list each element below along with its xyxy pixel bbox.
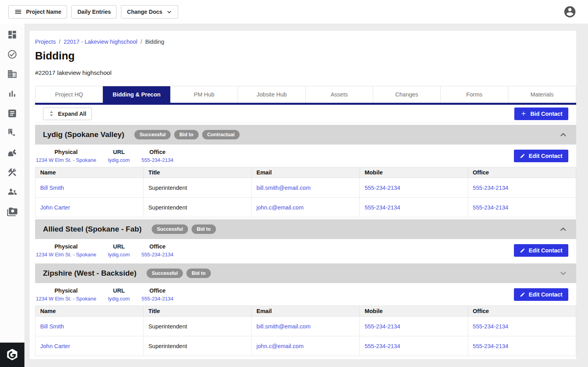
table-row: John CarterSuperintendentjohn.c@email.co…: [35, 198, 576, 217]
table-header-row: NameTitleEmailMobileOffice: [35, 306, 576, 317]
media-icon[interactable]: [7, 207, 17, 217]
name-link[interactable]: Bill Smith: [35, 178, 143, 198]
tab-assets[interactable]: Assets: [306, 86, 373, 103]
edit-contact-button[interactable]: Edit Contact: [514, 244, 568, 257]
office-link[interactable]: 555-234-2134: [141, 252, 173, 258]
breadcrumb: Projects/22017 - Lakeview highschool/Bid…: [35, 39, 576, 45]
expand-all-label: Expand All: [58, 111, 86, 117]
contact-field-office: Office555-234-2134: [141, 287, 173, 302]
office-link[interactable]: 555-234-2134: [468, 198, 576, 217]
project-name-label: Project Name: [26, 9, 61, 15]
tab-changes[interactable]: Changes: [373, 86, 441, 103]
bid-contact-button[interactable]: Bid Contact: [514, 108, 568, 120]
plus-icon: [520, 110, 527, 117]
table-header-row: NameTitleEmailMobileOffice: [35, 167, 576, 178]
section-title: Zipshire (West - Backside): [43, 269, 136, 278]
content-card: Projects/22017 - Lakeview highschool/Bid…: [30, 31, 576, 359]
dashboard-icon[interactable]: [7, 30, 17, 40]
contact-field-label: URL: [108, 149, 130, 155]
project-name-button[interactable]: Project Name: [8, 5, 67, 19]
equipment-icon[interactable]: [7, 148, 17, 158]
email-link[interactable]: john.c@email.com: [251, 336, 359, 356]
chevron-down-icon[interactable]: [559, 269, 568, 278]
contact-field-label: Office: [141, 149, 173, 155]
page-title: Bidding: [35, 50, 576, 62]
physical-link[interactable]: 1234 W Elm St. - Spokane: [36, 252, 96, 258]
column-header-mobile: Mobile: [360, 167, 468, 178]
unfold-more-icon: [48, 111, 54, 117]
company-icon[interactable]: [7, 69, 17, 79]
pencil-icon: [520, 153, 525, 159]
chevron-up-icon[interactable]: [559, 130, 568, 139]
hamburger-menu-icon[interactable]: [14, 8, 22, 16]
app-logo-button[interactable]: [0, 343, 24, 367]
page-subtitle: #22017 lakeview highschool: [35, 69, 576, 76]
crew-icon[interactable]: [7, 187, 17, 197]
url-link[interactable]: lydig.com: [108, 252, 130, 258]
documents-icon[interactable]: [7, 108, 17, 119]
breadcrumb-item-22017-lakeview-highschool[interactable]: 22017 - Lakeview highschool: [63, 39, 137, 45]
contact-field-label: URL: [108, 243, 130, 250]
contact-info-row: Physical1234 W Elm St. - SpokaneURLlydig…: [35, 145, 576, 167]
contact-field-label: URL: [108, 287, 130, 294]
change-docs-button[interactable]: Change Docs: [121, 5, 178, 19]
directory-icon[interactable]: [7, 128, 17, 138]
name-link[interactable]: John Carter: [35, 336, 143, 356]
contact-info-row: Physical1234 W Elm St. - SpokaneURLlydig…: [35, 239, 576, 261]
contact-fields: Physical1234 W Elm St. - SpokaneURLlydig…: [35, 243, 179, 258]
office-link[interactable]: 555-234-2134: [468, 336, 576, 356]
contact-field-physical: Physical1234 W Elm St. - Spokane: [36, 149, 96, 163]
contact-field-url: URLlydig.com: [108, 149, 130, 163]
reports-icon[interactable]: [7, 89, 17, 99]
edit-contact-label: Edit Contact: [529, 291, 562, 298]
status-badge-successful: Successful: [152, 224, 188, 234]
tab-forms[interactable]: Forms: [441, 86, 508, 103]
status-badge-contractual: Contractual: [202, 130, 240, 139]
name-link[interactable]: John Carter: [35, 198, 143, 217]
expand-all-button[interactable]: Expand All: [43, 108, 92, 120]
tab-pm-hub[interactable]: PM Hub: [171, 86, 238, 103]
tools-icon[interactable]: [7, 167, 17, 178]
physical-link[interactable]: 1234 W Elm St. - Spokane: [36, 296, 96, 302]
breadcrumb-item-projects[interactable]: Projects: [35, 39, 56, 45]
office-link[interactable]: 555-234-2134: [141, 296, 173, 302]
tab-materials[interactable]: Materials: [508, 86, 576, 103]
tab-bar: Project HQBidding & PreconPM HubJobsite …: [35, 86, 576, 103]
section-header: Zipshire (West - Backside)SuccessfulBid …: [35, 263, 576, 283]
url-link[interactable]: lydig.com: [108, 157, 130, 163]
office-link[interactable]: 555-234-2134: [141, 157, 173, 163]
pencil-icon: [520, 248, 525, 253]
status-badges: SuccessfulBid toContractual: [134, 130, 240, 139]
mobile-link[interactable]: 555-234-2134: [360, 198, 468, 217]
tasks-icon[interactable]: [7, 49, 17, 59]
daily-entries-label: Daily Entries: [77, 9, 111, 15]
chevron-up-icon[interactable]: [559, 225, 568, 234]
tab-project-hq[interactable]: Project HQ: [35, 86, 103, 103]
column-header-office: Office: [468, 167, 576, 178]
edit-contact-button[interactable]: Edit Contact: [514, 150, 568, 162]
mobile-link[interactable]: 555-234-2134: [360, 317, 468, 336]
contact-field-office: Office555-234-2134: [141, 149, 173, 163]
section-header: Lydig (Spokane Valley)SuccessfulBid toCo…: [35, 125, 576, 145]
tab-jobsite-hub[interactable]: Jobsite Hub: [238, 86, 305, 103]
daily-entries-button[interactable]: Daily Entries: [71, 5, 117, 19]
physical-link[interactable]: 1234 W Elm St. - Spokane: [36, 157, 96, 163]
contact-field-url: URLlydig.com: [108, 287, 130, 302]
account-avatar-icon[interactable]: [563, 5, 577, 19]
mobile-link[interactable]: 555-234-2134: [360, 178, 468, 198]
status-badge-bid-to: Bid to: [186, 269, 210, 278]
status-badge-successful: Successful: [134, 130, 171, 139]
email-link[interactable]: john.c@email.com: [251, 198, 359, 217]
tab-bidding-precon[interactable]: Bidding & Precon: [103, 86, 170, 103]
email-link[interactable]: bill.smith@email.com: [251, 178, 359, 198]
mobile-link[interactable]: 555-234-2134: [360, 336, 468, 356]
office-link[interactable]: 555-234-2134: [468, 178, 576, 198]
url-link[interactable]: lydig.com: [108, 296, 130, 302]
email-link[interactable]: bill.smith@email.com: [251, 317, 359, 336]
edit-contact-button[interactable]: Edit Contact: [514, 288, 568, 301]
section-title: Allied Steel (Spokane - Fab): [43, 225, 141, 234]
column-header-email: Email: [251, 306, 359, 317]
office-link[interactable]: 555-234-2134: [468, 317, 576, 336]
column-header-name: Name: [35, 167, 143, 178]
name-link[interactable]: Bill Smith: [35, 317, 143, 336]
